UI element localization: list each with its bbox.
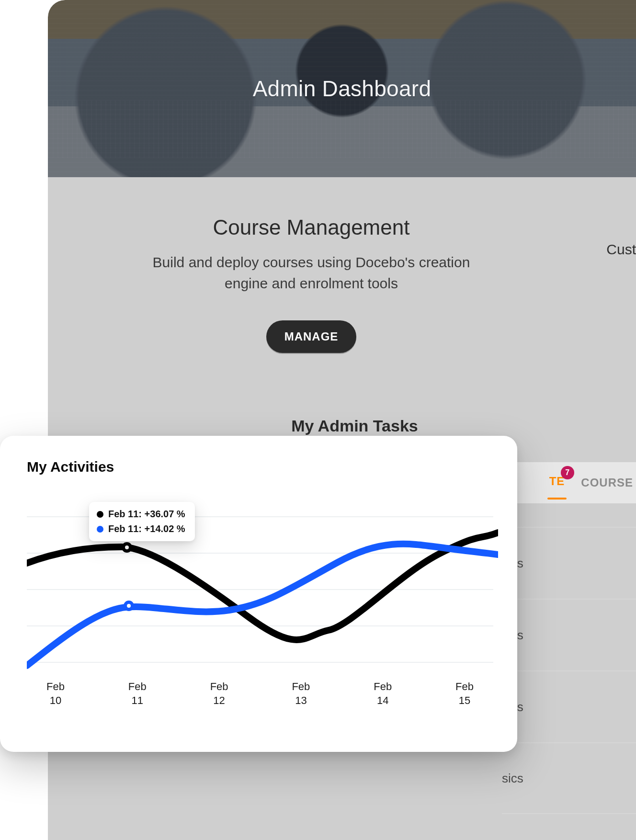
x-tick: Feb10 — [27, 680, 84, 708]
list-item[interactable]: sics — [502, 527, 636, 599]
chart-x-axis: Feb10 Feb11 Feb12 Feb13 Feb14 Feb15 — [27, 680, 493, 708]
tooltip-series-b-text: Feb 11: +14.02 % — [108, 523, 185, 534]
hero-title: Admin Dashboard — [253, 76, 432, 102]
course-management-block: Course Management Build and deploy cours… — [129, 216, 493, 353]
my-activities-title: My Activities — [27, 459, 498, 475]
hero-banner: Admin Dashboard — [48, 0, 636, 177]
list-item[interactable]: sics — [502, 599, 636, 670]
chart-marker-series-a — [122, 542, 132, 553]
dashboard-body: Course Management Build and deploy cours… — [48, 177, 636, 353]
adjacent-section-title-fragment: Cust — [606, 241, 636, 258]
x-tick: Feb13 — [272, 680, 329, 708]
chart-tooltip: Feb 11: +36.07 % Feb 11: +14.02 % — [89, 502, 195, 541]
legend-dot-icon — [97, 526, 103, 533]
legend-dot-icon — [97, 511, 103, 518]
tooltip-series-a-text: Feb 11: +36.07 % — [108, 509, 185, 520]
tab-active-badge: 7 — [561, 466, 574, 479]
tooltip-row-series-b: Feb 11: +14.02 % — [97, 523, 185, 534]
course-management-description: Build and deploy courses using Docebo's … — [129, 252, 493, 294]
x-tick: Feb15 — [436, 680, 493, 708]
manage-button[interactable]: MANAGE — [266, 320, 357, 353]
list-item[interactable]: sics — [502, 670, 636, 742]
tasks-list: sics sics sics sics — [502, 527, 636, 814]
x-tick: Feb11 — [109, 680, 166, 708]
x-tick: Feb12 — [191, 680, 248, 708]
activities-chart: Feb 11: +36.07 % Feb 11: +14.02 % Feb10 … — [27, 497, 498, 708]
list-item[interactable]: sics — [502, 742, 636, 814]
my-activities-card: My Activities Feb 11: +36.07 % — [0, 436, 517, 752]
course-management-title: Course Management — [129, 216, 493, 239]
chart-marker-series-b — [124, 601, 134, 611]
list-item-text-fragment: sics — [502, 771, 523, 786]
tab-secondary-fragment[interactable]: COURSE — [581, 476, 633, 489]
tooltip-row-series-a: Feb 11: +36.07 % — [97, 509, 185, 520]
x-tick: Feb14 — [354, 680, 411, 708]
admin-tasks-title: My Admin Tasks — [291, 417, 418, 435]
tab-active-fragment[interactable]: TE 7 — [549, 475, 565, 491]
